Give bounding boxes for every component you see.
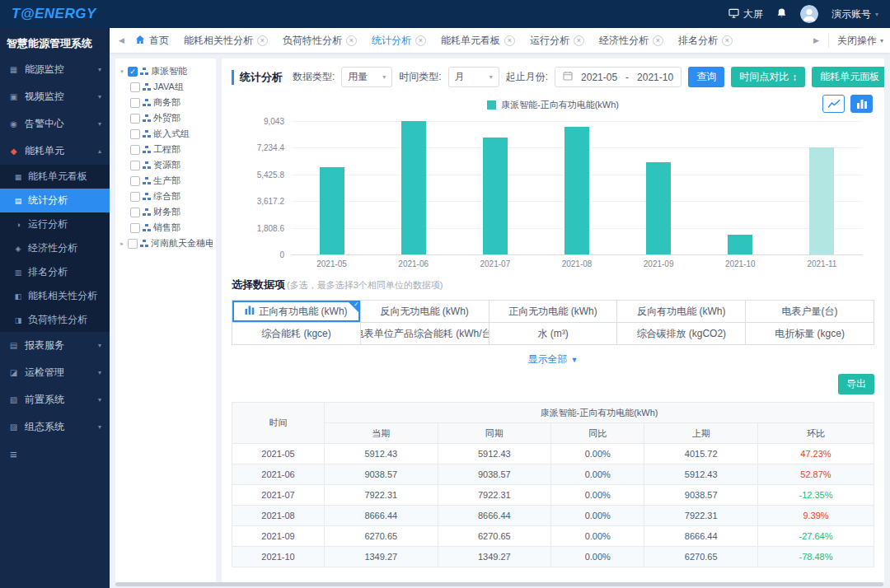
sidebar-item-operation-analysis[interactable]: ◑ 运行分析 xyxy=(0,212,110,236)
sidebar-item-correlation-analysis[interactable]: ◧ 能耗相关性分析 xyxy=(0,284,110,308)
bar[interactable] xyxy=(728,235,752,254)
data-item-option[interactable]: 反向无功电能 (kWh) xyxy=(361,301,490,323)
tab-operation-analysis[interactable]: 运行分析 × xyxy=(523,28,591,53)
checkbox[interactable]: ✓ xyxy=(130,223,140,233)
data-items-note: (多选，最多选择3个相同单位的数据项) xyxy=(287,280,443,290)
time-type-select[interactable]: 月 ▾ xyxy=(448,67,499,87)
close-icon[interactable]: × xyxy=(722,35,733,46)
close-operations-menu[interactable]: 关闭操作 ▾ xyxy=(828,33,883,48)
tree-node[interactable]: ✓ 财务部 xyxy=(119,204,213,220)
line-chart-toggle[interactable] xyxy=(822,95,845,113)
checkbox[interactable]: ✓ xyxy=(130,114,140,124)
tab-load-characteristic-analysis[interactable]: 负荷特性分析 × xyxy=(276,28,363,53)
close-icon[interactable]: × xyxy=(346,35,357,46)
close-icon[interactable]: × xyxy=(257,35,268,46)
table-row[interactable]: 2021-10 1349.27 1349.27 0.00% 6270.65 -7… xyxy=(232,547,874,567)
data-item-option-selected[interactable]: 正向有功电能 (kWh) ✓ xyxy=(232,301,361,323)
close-icon[interactable]: × xyxy=(504,35,515,46)
close-icon[interactable]: × xyxy=(415,35,426,46)
tree-node[interactable]: ✓ 外贸部 xyxy=(119,110,213,126)
close-icon[interactable]: × xyxy=(653,35,663,46)
energy-unit-panel-button[interactable]: 能耗单元面板 xyxy=(812,67,884,87)
bar[interactable] xyxy=(401,121,426,254)
sidebar-item-front-system[interactable]: ▧ 前置系统 ▾ xyxy=(0,386,110,413)
notification-bell-button[interactable] xyxy=(776,7,787,21)
tree-node[interactable]: ✓ 商务部 xyxy=(119,95,213,110)
sidebar-item-energy-monitoring[interactable]: ▦ 能源监控 ▾ xyxy=(0,56,110,83)
data-item-option[interactable]: 反向有功电能 (kWh) xyxy=(617,301,746,323)
table-row[interactable]: 2021-05 5912.43 5912.43 0.00% 4015.72 47… xyxy=(232,444,874,464)
checkbox[interactable]: ✓ xyxy=(130,176,140,186)
sidebar-item-load-characteristic-analysis[interactable]: ◨ 负荷特性分析 xyxy=(0,308,110,332)
tab-home[interactable]: 首页 xyxy=(129,28,176,53)
sidebar-item-config-system[interactable]: ▨ 组态系统 ▾ xyxy=(0,413,110,441)
data-item-option[interactable]: 综合碳排放 (kgCO2) xyxy=(617,323,746,345)
checkbox[interactable]: ✓ xyxy=(128,239,138,249)
account-menu[interactable]: 演示账号 ▾ xyxy=(831,7,878,21)
table-row[interactable]: 2021-07 7922.31 7922.31 0.00% 9038.57 -1… xyxy=(232,485,874,506)
sidebar-item-statistics-analysis[interactable]: ▤ 统计分析 xyxy=(0,189,110,212)
table-row[interactable]: 2021-06 9038.57 9038.57 0.00% 5912.43 52… xyxy=(232,464,874,485)
sidebar-item-energy-unit-kanban[interactable]: ▦ 能耗单元看板 xyxy=(0,165,110,189)
time-point-compare-button[interactable]: 时间点对比 ↕ xyxy=(731,67,805,87)
close-icon[interactable]: × xyxy=(574,35,584,46)
checkbox[interactable]: ✓ xyxy=(130,161,140,170)
tree-node[interactable]: ✓ 嵌入式组 xyxy=(119,126,213,142)
data-item-option[interactable]: 正向无功电能 (kWh) xyxy=(490,301,618,323)
caret-down-icon[interactable]: ▾ xyxy=(119,68,125,75)
tab-statistics-analysis[interactable]: 统计分析 × xyxy=(365,28,433,53)
checkbox[interactable]: ✓ xyxy=(130,129,140,139)
checkbox[interactable]: ✓ xyxy=(130,82,140,92)
tree-node[interactable]: ✓ 生产部 xyxy=(119,173,213,189)
bar[interactable] xyxy=(320,167,344,254)
sidebar-item-report-service[interactable]: ▤ 报表服务 ▾ xyxy=(0,332,110,359)
data-item-option[interactable]: 电表户量(台) xyxy=(746,301,874,323)
tree-node[interactable]: ✓ 综合部 xyxy=(119,189,213,204)
data-item-option[interactable]: 综合能耗 (kgce) xyxy=(232,323,361,345)
checkbox[interactable]: ✓ xyxy=(130,208,140,217)
query-button[interactable]: 查询 xyxy=(688,67,724,87)
data-item-option[interactable]: 水 (m³) xyxy=(490,323,618,345)
tab-ranking-analysis[interactable]: 排名分析 × xyxy=(672,28,739,53)
show-all-toggle[interactable]: 显示全部 ▼ xyxy=(232,352,874,366)
export-button[interactable]: 导出 xyxy=(838,374,874,394)
data-item-option[interactable]: 电表单位产品综合能耗 (kWh/台) xyxy=(361,323,490,345)
tree-node[interactable]: ✓ JAVA组 xyxy=(119,79,213,95)
sidebar-item-energy-unit[interactable]: ◆ 能耗单元 ▴ xyxy=(0,138,110,165)
sidebar-collapse-toggle[interactable]: ≡ xyxy=(0,441,110,468)
tab-energy-unit-kanban[interactable]: 能耗单元看板 × xyxy=(434,28,522,53)
horizontal-scrollbar[interactable] xyxy=(115,582,883,586)
checkbox-checked[interactable]: ✓ xyxy=(128,67,138,77)
tree-node-root[interactable]: ▾ ✓ 康派智能 xyxy=(119,63,213,79)
tree-node-root2[interactable]: ▸ ✓ 河南航天金穗电子有 xyxy=(119,236,213,251)
bar[interactable] xyxy=(809,147,834,254)
sidebar-item-economic-analysis[interactable]: ◈ 经济性分析 xyxy=(0,236,110,260)
sidebar-item-alarm-center[interactable]: ◉ 告警中心 ▾ xyxy=(0,110,110,138)
checkbox[interactable]: ✓ xyxy=(130,145,140,155)
big-screen-button[interactable]: 大屏 xyxy=(728,7,763,21)
tab-correlation-analysis[interactable]: 能耗相关性分析 × xyxy=(177,28,274,53)
bar[interactable] xyxy=(646,162,671,254)
sidebar-item-maintenance-management[interactable]: ◪ 运检管理 ▾ xyxy=(0,359,110,386)
tabs-scroll-left-icon[interactable]: ◀ xyxy=(116,36,127,44)
data-item-option[interactable]: 电折标量 (kgce) xyxy=(746,323,874,345)
tree-node[interactable]: ✓ 销售部 xyxy=(119,220,213,236)
month-range-picker[interactable]: 2021-05 - 2021-10 xyxy=(555,67,682,87)
caret-right-icon[interactable]: ▸ xyxy=(119,240,125,247)
bar[interactable] xyxy=(483,138,508,254)
sidebar-item-ranking-analysis[interactable]: ▥ 排名分析 xyxy=(0,260,110,284)
table-row[interactable]: 2021-08 8666.44 8666.44 0.00% 7922.31 9.… xyxy=(232,506,874,526)
avatar[interactable] xyxy=(800,5,818,23)
chart-legend[interactable]: 康派智能-正向有功电能(kWh) xyxy=(487,99,619,111)
bar[interactable] xyxy=(564,127,589,254)
sidebar-item-video-monitoring[interactable]: ▣ 视频监控 ▾ xyxy=(0,83,110,110)
checkbox[interactable]: ✓ xyxy=(130,98,140,108)
table-row[interactable]: 2021-09 6270.65 6270.65 0.00% 8666.44 -2… xyxy=(232,526,874,547)
tree-node[interactable]: ✓ 资源部 xyxy=(119,157,213,173)
bar-chart-toggle[interactable] xyxy=(850,95,873,113)
tabs-scroll-right-icon[interactable]: ▶ xyxy=(811,36,822,44)
checkbox[interactable]: ✓ xyxy=(130,192,140,202)
data-type-select[interactable]: 用量 ▾ xyxy=(341,67,392,87)
tree-node[interactable]: ✓ 工程部 xyxy=(119,142,213,157)
tab-economic-analysis[interactable]: 经济性分析 × xyxy=(593,28,670,53)
